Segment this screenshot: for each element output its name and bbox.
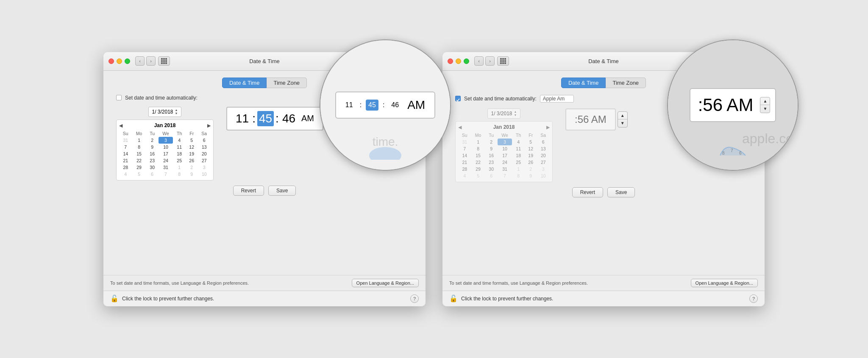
maximize-button-2[interactable] — [464, 58, 469, 64]
cal-day[interactable]: 6 — [485, 172, 498, 179]
cal-day[interactable]: 28 — [119, 164, 132, 171]
cal-day[interactable]: 18 — [173, 150, 186, 157]
cal-day[interactable]: 14 — [119, 150, 132, 157]
help-button-2[interactable]: ? — [749, 294, 758, 303]
cal-day[interactable]: 6 — [537, 139, 550, 145]
cal-day[interactable]: 2 — [485, 139, 498, 145]
minimize-button-2[interactable] — [456, 58, 461, 64]
open-lang-btn-1[interactable]: Open Language & Region... — [352, 279, 419, 287]
cal-day[interactable]: 7 — [119, 144, 132, 150]
time-hour-1[interactable]: 11 — [234, 111, 250, 126]
tab-date-time-2[interactable]: Date & Time — [561, 78, 606, 88]
cal-day[interactable]: 23 — [146, 157, 159, 164]
cal-day[interactable]: 1 — [173, 164, 186, 171]
cal-next-1[interactable]: ▶ — [207, 123, 211, 128]
cal-day[interactable]: 10 — [198, 171, 211, 178]
close-button-1[interactable] — [108, 58, 114, 64]
cal-prev-2[interactable]: ◀ — [458, 125, 462, 130]
cal-day[interactable]: 6 — [198, 137, 211, 144]
cal-day[interactable]: 7 — [498, 172, 512, 179]
maximize-button-1[interactable] — [125, 58, 130, 64]
save-button-1[interactable]: Save — [268, 186, 296, 196]
date-field-1[interactable]: 1/ 3/2018 ▲ ▼ — [148, 107, 182, 117]
revert-button-2[interactable]: Revert — [572, 187, 603, 197]
cal-day[interactable]: 11 — [512, 145, 525, 152]
cal-day[interactable]: 17 — [498, 152, 512, 159]
cal-day[interactable]: 4 — [119, 171, 132, 178]
time-min-1[interactable]: 45 — [257, 111, 274, 126]
cal-day[interactable]: 16 — [146, 150, 159, 157]
cal-day[interactable]: 1 — [471, 139, 485, 145]
cal-day[interactable]: 30 — [146, 164, 159, 171]
cal-day[interactable]: 2 — [146, 137, 159, 144]
cal-day[interactable]: 29 — [471, 166, 485, 172]
grid-button-1[interactable] — [158, 56, 170, 66]
lock-icon-1[interactable]: 🔓 — [110, 294, 119, 302]
cal-day[interactable]: 10 — [537, 172, 550, 179]
cal-day[interactable]: 25 — [512, 159, 525, 166]
cal-day[interactable]: 19 — [525, 152, 537, 159]
time-up-btn-2[interactable]: ▲ — [618, 112, 627, 119]
cal-day[interactable]: 10 — [159, 144, 173, 150]
cal-day[interactable]: 12 — [525, 145, 537, 152]
cal-day[interactable]: 13 — [198, 144, 211, 150]
minimize-button-1[interactable] — [117, 58, 122, 64]
cal-day[interactable]: 27 — [537, 159, 550, 166]
cal-day[interactable]: 11 — [173, 144, 186, 150]
cal-day[interactable]: 31 — [119, 137, 132, 144]
cal-day[interactable]: 5 — [132, 171, 146, 178]
cal-day[interactable]: 23 — [485, 159, 498, 166]
cal-day[interactable]: 8 — [173, 171, 186, 178]
cal-day[interactable]: 14 — [458, 152, 471, 159]
cal-day[interactable]: 25 — [173, 157, 186, 164]
lock-icon-2[interactable]: 🔓 — [449, 294, 458, 302]
cal-day[interactable]: 2 — [525, 166, 537, 172]
cal-day[interactable]: 7 — [159, 171, 173, 178]
cal-day[interactable]: 13 — [537, 145, 550, 152]
back-button-2[interactable]: ‹ — [474, 56, 484, 66]
cal-day[interactable]: 9 — [186, 171, 198, 178]
cal-day[interactable]: 31 — [458, 139, 471, 145]
time-display-2[interactable]: :56 AM — [565, 108, 616, 130]
cal-day[interactable]: 8 — [471, 145, 485, 152]
time-ampm-1[interactable]: AM — [300, 113, 316, 124]
cal-day[interactable]: 8 — [132, 144, 146, 150]
cal-day[interactable]: 21 — [458, 159, 471, 166]
cal-day[interactable]: 28 — [458, 166, 471, 172]
cal-day[interactable]: 5 — [525, 139, 537, 145]
cal-day[interactable]: 3 — [537, 166, 550, 172]
tab-time-zone-2[interactable]: Time Zone — [606, 78, 646, 88]
cal-day[interactable]: 26 — [186, 157, 198, 164]
cal-day[interactable]: 21 — [119, 157, 132, 164]
cal-day[interactable]: 5 — [186, 137, 198, 144]
auto-checkbox-1[interactable] — [116, 95, 122, 100]
cal-day[interactable]: 24 — [159, 157, 173, 164]
date-stepper-1[interactable]: ▲ ▼ — [175, 108, 178, 116]
cal-day[interactable]: 4 — [512, 139, 525, 145]
cal-day[interactable]: 15 — [471, 152, 485, 159]
date-field-2[interactable]: 1/ 3/2018 ▲ ▼ — [487, 108, 521, 119]
cal-prev-1[interactable]: ◀ — [119, 123, 122, 128]
cal-day[interactable]: 26 — [525, 159, 537, 166]
forward-button-1[interactable]: › — [146, 56, 156, 66]
cal-day[interactable]: 17 — [159, 150, 173, 157]
cal-day[interactable]: 8 — [512, 172, 525, 179]
time-down-btn-2[interactable]: ▼ — [618, 119, 627, 127]
cal-day[interactable]: 3 — [159, 137, 173, 144]
cal-day[interactable]: 15 — [132, 150, 146, 157]
date-up-arrow-2[interactable]: ▲ — [514, 110, 517, 114]
cal-day[interactable]: 3 — [498, 139, 512, 145]
cal-day[interactable]: 24 — [498, 159, 512, 166]
search-box-2[interactable]: 🔍 Search — [700, 57, 760, 65]
cal-next-2[interactable]: ▶ — [546, 125, 550, 130]
cal-day[interactable]: 31 — [498, 166, 512, 172]
date-up-arrow-1[interactable]: ▲ — [175, 108, 178, 112]
server-field-2[interactable]: Apple Am — [540, 95, 574, 103]
cal-day[interactable]: 6 — [146, 171, 159, 178]
cal-day[interactable]: 9 — [485, 145, 498, 152]
cal-day[interactable]: 5 — [471, 172, 485, 179]
cal-day[interactable]: 9 — [146, 144, 159, 150]
date-down-arrow-2[interactable]: ▼ — [514, 114, 517, 117]
date-stepper-2[interactable]: ▲ ▼ — [514, 110, 517, 117]
grid-button-2[interactable] — [497, 56, 509, 66]
